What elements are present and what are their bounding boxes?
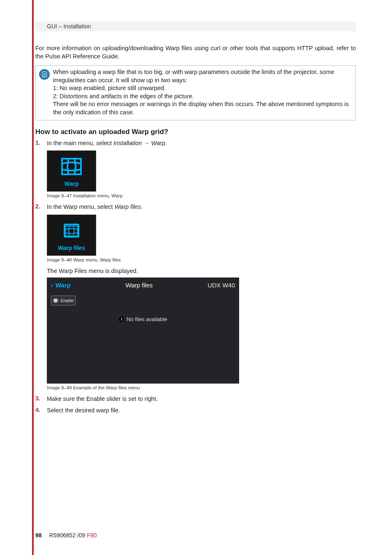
- step1-italic: Installation → Warp: [113, 140, 165, 146]
- note-line4: There will be no error messages or warni…: [53, 100, 352, 116]
- step-4: 4. Select the desired warp file.: [35, 407, 356, 415]
- step-3: 3. Make sure the Enable slider is set to…: [35, 395, 356, 403]
- breadcrumb-text: GUI – Installation: [47, 23, 91, 30]
- warp-files-menu-screenshot: ‹ Warp Warp files UDX W40 Enable i No fi…: [47, 278, 239, 384]
- section-heading: How to activate an uploaded Warp grid?: [35, 128, 356, 136]
- step-text: In the main menu, select Installation → …: [47, 139, 167, 148]
- page-content: For more information on uploading/downlo…: [35, 44, 356, 418]
- note-icon: [39, 69, 50, 80]
- info-icon: i: [119, 317, 124, 322]
- step2-italic: Warp files: [115, 204, 141, 210]
- step-number: 2.: [35, 203, 47, 211]
- step-text: Make sure the Enable slider is set to ri…: [47, 395, 158, 403]
- note-callout: When uploading a warp file that is too b…: [35, 65, 356, 120]
- warp-thumb-label: Warp: [65, 180, 78, 187]
- step-2: 2. In the Warp menu, select Warp files.: [35, 203, 356, 211]
- toggle-icon: [53, 298, 59, 303]
- note-icon-wrap: [39, 68, 53, 116]
- figure-48: Warp files Image 8–48 Warp menu, Warp fi…: [47, 215, 356, 391]
- step-text: Select the desired warp file.: [47, 407, 120, 415]
- doc-code: R5906852 /09: [49, 532, 87, 539]
- note-line2: 1: No warp enabled, picture still unwarp…: [53, 84, 352, 92]
- step-text: In the Warp menu, select Warp files.: [47, 203, 143, 211]
- step2-pre: In the Warp menu, select: [47, 204, 115, 210]
- step-number: 3.: [35, 395, 47, 403]
- warpfiles-thumb: Warp files: [47, 215, 96, 256]
- fig47-caption: Image 8–47 Installation menu, Warp: [47, 193, 356, 198]
- enable-label: Enable: [61, 298, 74, 303]
- document-icon: [42, 72, 47, 77]
- menu-title: Warp files: [126, 282, 153, 289]
- step1-pre: In the main menu, select: [47, 140, 113, 146]
- note-line3: 2: Distortions and artifacts in the edge…: [53, 92, 352, 101]
- step2-followup: The Warp Files menu is displayed.: [47, 267, 356, 275]
- note-line1: When uploading a warp file that is too b…: [53, 68, 352, 84]
- side-rule: [32, 0, 34, 555]
- doc-model: F80: [87, 532, 97, 539]
- breadcrumb: GUI – Installation: [35, 21, 356, 31]
- warpfiles-thumb-label: Warp files: [58, 245, 85, 251]
- enable-toggle[interactable]: Enable: [51, 296, 76, 305]
- intro-paragraph: For more information on uploading/downlo…: [35, 44, 356, 60]
- note-text: When uploading a warp file that is too b…: [53, 68, 352, 116]
- empty-text: No files available: [127, 316, 167, 322]
- step-number: 4.: [35, 407, 47, 415]
- warp-thumb: Warp: [47, 150, 96, 192]
- step-number: 1.: [35, 139, 47, 148]
- doc-reference: R5906852 /09 F80: [49, 532, 97, 539]
- step-1: 1. In the main menu, select Installation…: [35, 139, 356, 148]
- back-label: Warp: [55, 282, 71, 289]
- figure-47: Warp Image 8–47 Installation menu, Warp: [47, 150, 356, 198]
- warpfiles-icon: [61, 221, 82, 240]
- page-footer: 98 R5906852 /09 F80: [35, 532, 97, 539]
- device-label: UDX W40: [208, 282, 235, 289]
- empty-state: i No files available: [47, 316, 239, 322]
- back-button[interactable]: ‹ Warp: [51, 282, 71, 289]
- fig48-caption: Image 8–48 Warp menu, Warp files: [47, 257, 356, 262]
- chevron-left-icon: ‹: [51, 282, 53, 289]
- fig49-caption: Image 8–49 Example of the Warp files men…: [47, 385, 356, 390]
- step1-post: .: [165, 140, 167, 146]
- step2-post: .: [141, 204, 143, 210]
- page-number: 98: [35, 532, 42, 539]
- menu-header: ‹ Warp Warp files UDX W40: [47, 278, 239, 292]
- warp-icon: [61, 157, 82, 176]
